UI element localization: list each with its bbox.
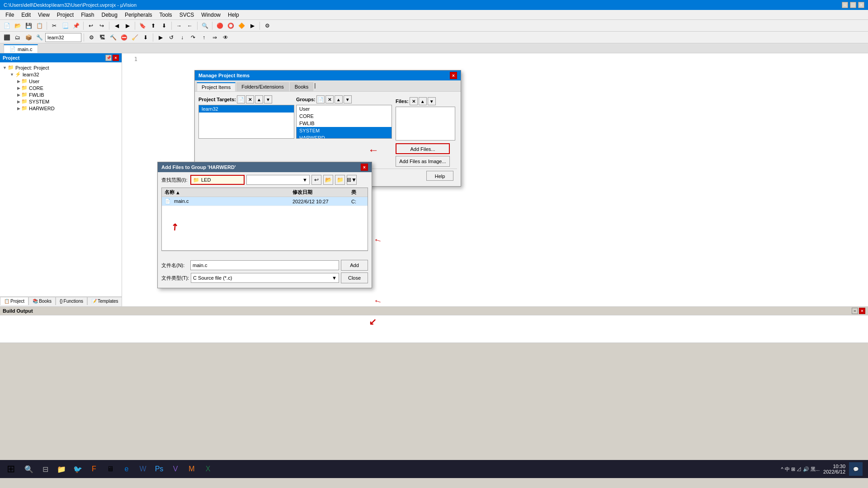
save-btn[interactable]: 💾 xyxy=(24,21,33,31)
taskbar-word-btn[interactable]: W xyxy=(136,462,150,476)
nav-back-btn[interactable]: ↩ xyxy=(311,175,321,185)
editor-tab-mainc[interactable]: 📄 main.c xyxy=(4,44,38,53)
open-btn[interactable]: 📂 xyxy=(13,21,23,31)
file-row-mainc[interactable]: 📄 main.c 2022/6/12 10:27 C: xyxy=(162,197,368,206)
back-btn[interactable]: ◀ xyxy=(112,21,122,31)
close-btn[interactable]: × xyxy=(858,2,864,8)
tree-group-fwlib[interactable]: ▶ 📁 FWLIB xyxy=(16,91,120,98)
save-all-btn[interactable]: 📋 xyxy=(34,21,44,31)
sidebar-tab-functions[interactable]: {} Functions xyxy=(56,297,87,305)
tb2-translate[interactable]: ⚙ xyxy=(86,33,96,42)
notification-btn[interactable]: 💬 xyxy=(849,462,863,476)
tb2-step[interactable]: ↓ xyxy=(177,33,187,42)
manage-tab-folders[interactable]: Folders/Extensions xyxy=(236,82,289,91)
taskbar-fileexplorer-btn[interactable]: 📁 xyxy=(54,462,69,476)
files-del-btn[interactable]: ✕ xyxy=(410,97,418,105)
menu-edit[interactable]: Edit xyxy=(18,11,34,19)
targets-del-btn[interactable]: ✕ xyxy=(246,95,254,103)
tb2-3[interactable]: 📦 xyxy=(24,33,33,42)
taskbar-feishu-btn[interactable]: 🐦 xyxy=(71,462,85,476)
nav-up-btn[interactable]: 📂 xyxy=(323,175,333,185)
files-up-btn[interactable]: ▲ xyxy=(419,97,427,105)
maximize-btn[interactable]: □ xyxy=(850,2,856,8)
undo-btn[interactable]: ↩ xyxy=(86,21,96,31)
sidebar-pin-btn[interactable]: 📌 xyxy=(105,55,112,61)
tb2-build[interactable]: 🔨 xyxy=(108,33,118,42)
filename-input[interactable]: main.c xyxy=(190,260,339,270)
menu-view[interactable]: View xyxy=(34,11,53,19)
menu-flash[interactable]: Flash xyxy=(77,11,98,19)
target-name-input[interactable]: learn32 xyxy=(45,33,81,42)
filetype-select[interactable]: C Source file (*.c) ▼ xyxy=(191,273,339,283)
next-bookmark-btn[interactable]: ⬇ xyxy=(159,21,169,31)
config-btn[interactable]: ⚙ xyxy=(262,21,272,31)
sidebar-tab-books[interactable]: 📚 Books xyxy=(28,297,56,305)
run-btn[interactable]: ▶ xyxy=(247,21,257,31)
taskbar-edge-btn[interactable]: e xyxy=(119,462,134,476)
tb2-clean[interactable]: 🧹 xyxy=(130,33,140,42)
tb2-startdbg[interactable]: ▶ xyxy=(156,33,165,42)
folder-input[interactable]: 📁 LED xyxy=(190,175,245,185)
indent-btn[interactable]: → xyxy=(174,21,184,31)
tb2-showval[interactable]: 👁 xyxy=(221,33,231,42)
minimize-btn[interactable]: − xyxy=(842,2,848,8)
add-files-btn[interactable]: Add Files... xyxy=(396,143,450,154)
tree-group-core[interactable]: ▶ 📁 CORE xyxy=(16,84,120,91)
tb2-1[interactable]: ⬛ xyxy=(2,33,12,42)
clear-btn[interactable]: 🔶 xyxy=(236,21,246,31)
tb2-stop[interactable]: ⛔ xyxy=(119,33,129,42)
nav-view-btn[interactable]: ⊞▼ xyxy=(347,175,357,185)
manage-dialog-close-btn[interactable]: × xyxy=(450,72,457,79)
build-collapse-btn[interactable]: − xyxy=(852,308,858,314)
menu-peripherals[interactable]: Peripherals xyxy=(121,11,156,19)
taskbar-vs-btn[interactable]: V xyxy=(168,462,183,476)
tree-group-harwerd[interactable]: ▶ 📁 HARWERD xyxy=(16,105,120,112)
group-item-system[interactable]: SYSTEM xyxy=(297,127,392,134)
sidebar-close-btn[interactable]: × xyxy=(113,55,119,61)
tb2-stepover[interactable]: ↷ xyxy=(188,33,198,42)
sidebar-tab-project[interactable]: 📋 Project xyxy=(0,297,28,305)
tb2-4[interactable]: 🔧 xyxy=(34,33,44,42)
targets-listbox[interactable]: learn32 xyxy=(198,105,294,139)
menu-help[interactable]: Help xyxy=(224,11,243,19)
groups-listbox[interactable]: User CORE FWLIB SYSTEM HARWERD xyxy=(296,105,392,139)
tb2-stepout[interactable]: ↑ xyxy=(199,33,209,42)
sidebar-tab-templates[interactable]: 📝 Templates xyxy=(87,297,122,305)
col-date-header[interactable]: 修改日期 xyxy=(292,189,351,196)
tb2-download[interactable]: ⬇ xyxy=(141,33,151,42)
taskbar-excel-btn[interactable]: X xyxy=(201,462,215,476)
find-btn[interactable]: 🔍 xyxy=(200,21,210,31)
groups-up-btn[interactable]: ▲ xyxy=(335,95,343,103)
col-type-header[interactable]: 类 xyxy=(351,189,365,196)
taskbar-froala-btn[interactable]: F xyxy=(87,462,101,476)
add-files-image-btn[interactable]: Add Files as Image... xyxy=(396,156,450,167)
zoomout-btn[interactable]: ⭕ xyxy=(226,21,236,31)
group-item-fwlib[interactable]: FWLIB xyxy=(297,120,392,127)
tree-group-user[interactable]: ▶ 📁 User xyxy=(16,78,120,84)
group-item-harwerd[interactable]: HARWERD xyxy=(297,134,392,139)
taskbar-matlab-btn[interactable]: M xyxy=(184,462,199,476)
addfiles-close-icon-btn[interactable]: × xyxy=(361,164,368,171)
files-listbox[interactable] xyxy=(396,107,455,141)
unindent-btn[interactable]: ← xyxy=(185,21,195,31)
start-btn[interactable]: ⊞ xyxy=(2,462,20,476)
group-item-user[interactable]: User xyxy=(297,105,392,113)
taskbar-taskview-btn[interactable]: ⊟ xyxy=(38,462,52,476)
groups-del-btn[interactable]: ✕ xyxy=(326,95,334,103)
zoomin-btn[interactable]: 🔴 xyxy=(215,21,225,31)
build-close-btn[interactable]: × xyxy=(859,308,865,314)
copy-btn[interactable]: 📃 xyxy=(60,21,70,31)
targets-add-btn[interactable]: 📄 xyxy=(237,95,245,103)
folder-combo-btn[interactable]: ▼ xyxy=(246,175,310,185)
taskbar-search-btn[interactable]: 🔍 xyxy=(22,462,36,476)
col-name-header[interactable]: 名称 ▲ xyxy=(165,189,292,196)
menu-debug[interactable]: Debug xyxy=(98,11,121,19)
forward-btn[interactable]: ▶ xyxy=(123,21,132,31)
groups-add-btn[interactable]: 📄 xyxy=(316,95,325,103)
prev-bookmark-btn[interactable]: ⬆ xyxy=(148,21,158,31)
taskbar-app1-btn[interactable]: 🖥 xyxy=(103,462,118,476)
tree-target-learn32[interactable]: ▼ ⚡ learn32 xyxy=(9,71,120,78)
bookmark-btn[interactable]: 🔖 xyxy=(137,21,147,31)
nav-newfolder-btn[interactable]: 📁 xyxy=(335,175,345,185)
tb2-reset[interactable]: ↺ xyxy=(166,33,176,42)
